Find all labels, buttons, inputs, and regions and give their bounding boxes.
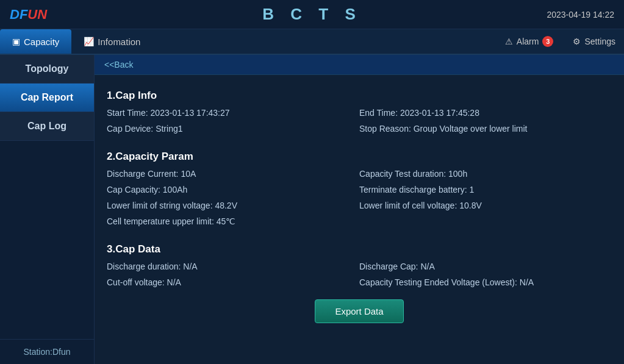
sidebar-item-cap-log[interactable]: Cap Log: [0, 112, 94, 141]
settings-label: Settings: [584, 37, 615, 46]
discharge-cap: Discharge Cap: N/A: [359, 260, 612, 273]
discharge-duration: Discharge duration: N/A: [107, 260, 359, 273]
logo-un: UN: [27, 7, 47, 22]
tab-information[interactable]: 📈 Infomation: [71, 29, 152, 54]
cutoff-voltage: Cut-off voltage: N/A: [107, 276, 359, 288]
terminate-discharge: Terminate discharge battery: 1: [359, 184, 612, 196]
cell-temp-upper: Cell temperature upper limit: 45℃: [107, 215, 612, 227]
sidebar-item-cap-report[interactable]: Cap Report: [0, 84, 94, 112]
header: DFUN B C T S 2023-04-19 14:22: [0, 0, 624, 29]
stop-reason: Stop Reason: Group Voltage over lower li…: [359, 123, 612, 135]
info-row-cap-data-2: Cut-off voltage: N/A Capacity Testing En…: [107, 276, 612, 288]
nav-right-controls: ⚠ Alarm 3 ⚙ Settings: [497, 34, 624, 49]
info-row-discharge-current: Discharge Current: 10A Capacity Test dur…: [107, 168, 612, 180]
tab-information-label: Infomation: [98, 37, 140, 47]
alarm-triangle-icon: ⚠: [505, 37, 513, 46]
alarm-button[interactable]: ⚠ Alarm 3: [497, 34, 562, 49]
section1-title: 1.Cap Info: [107, 90, 612, 102]
info-row-times: Start Time: 2023-01-13 17:43:27 End Time…: [107, 107, 612, 119]
discharge-current: Discharge Current: 10A: [107, 168, 359, 180]
content-area: <<Back 1.Cap Info Start Time: 2023-01-13…: [95, 55, 624, 364]
section2-title: 2.Capacity Param: [107, 151, 612, 163]
lower-string-voltage: Lower limit of string voltage: 48.2V: [107, 199, 359, 212]
back-button[interactable]: <<Back: [95, 55, 624, 75]
sidebar-item-topology[interactable]: Topology: [0, 55, 94, 84]
info-row-voltage-limits: Lower limit of string voltage: 48.2V Low…: [107, 199, 612, 212]
main-layout: Topology Cap Report Cap Log Station:Dfun…: [0, 55, 624, 364]
tab-capacity-label: Capacity: [24, 37, 59, 47]
logo: DFUN: [10, 7, 47, 23]
info-row-cap-data-1: Discharge duration: N/A Discharge Cap: N…: [107, 260, 612, 273]
gear-icon: ⚙: [573, 37, 581, 46]
logo-df: DF: [10, 7, 27, 22]
cap-device: Cap Device: String1: [107, 123, 359, 135]
capacity-testing-ended: Capacity Testing Ended Voltage (Lowest):…: [359, 276, 612, 288]
station-label: Station:Dfun: [0, 339, 94, 364]
content-body: 1.Cap Info Start Time: 2023-01-13 17:43:…: [95, 75, 624, 332]
tab-capacity[interactable]: ▣ Capacity: [0, 29, 71, 54]
settings-button[interactable]: ⚙ Settings: [564, 34, 624, 49]
lower-cell-voltage: Lower limit of cell voltage: 10.8V: [359, 199, 612, 212]
info-row-cell-temp: Cell temperature upper limit: 45℃: [107, 215, 612, 227]
info-row-device-reason: Cap Device: String1 Stop Reason: Group V…: [107, 123, 612, 135]
export-data-button[interactable]: Export Data: [315, 299, 403, 323]
battery-icon: ▣: [12, 37, 20, 46]
start-time: Start Time: 2023-01-13 17:43:27: [107, 107, 359, 119]
navbar: ▣ Capacity 📈 Infomation ⚠ Alarm 3 ⚙ Sett…: [0, 29, 624, 55]
cap-test-duration: Capacity Test duration: 100h: [359, 168, 612, 180]
cap-capacity: Cap Capacity: 100Ah: [107, 184, 359, 196]
datetime: 2023-04-19 14:22: [547, 10, 614, 20]
header-right: 2023-04-19 14:22: [547, 10, 614, 20]
app-title: B C T S: [262, 5, 361, 24]
sidebar: Topology Cap Report Cap Log Station:Dfun: [0, 55, 95, 364]
info-row-capacity: Cap Capacity: 100Ah Terminate discharge …: [107, 184, 612, 196]
end-time: End Time: 2023-01-13 17:45:28: [359, 107, 612, 119]
alarm-label: Alarm: [517, 37, 539, 46]
section3-title: 3.Cap Data: [107, 243, 612, 255]
chart-icon: 📈: [84, 37, 94, 46]
sidebar-items: Topology Cap Report Cap Log: [0, 55, 94, 141]
export-btn-row: Export Data: [107, 299, 612, 323]
alarm-badge: 3: [542, 36, 553, 47]
